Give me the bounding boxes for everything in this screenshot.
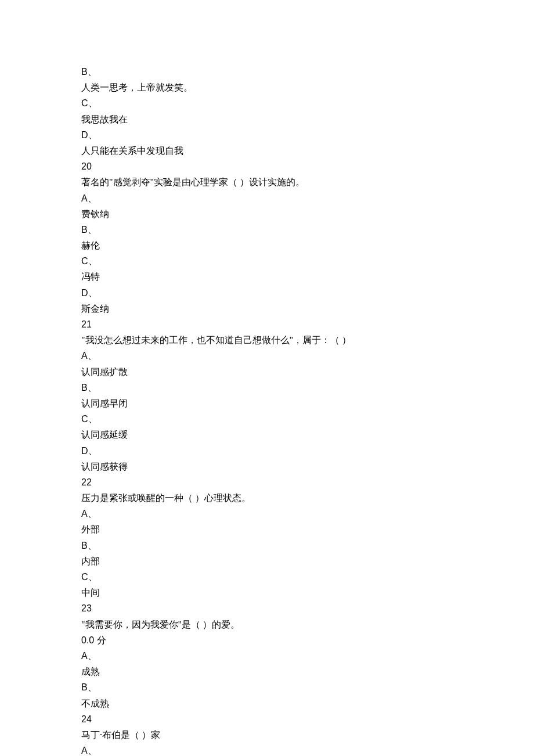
text-line: B、 [81,538,453,553]
text-line: 23 [81,600,453,616]
text-line: A、 [81,190,453,206]
text-line: B、 [81,222,453,237]
text-line: 我思故我在 [81,111,453,127]
document-page: B、人类一思考，上帝就发笑。C、我思故我在D、人只能在关系中发现自我20著名的"… [0,0,534,756]
text-line: D、 [81,443,453,459]
text-line: A、 [81,348,453,363]
text-line: 认同感获得 [81,459,453,474]
text-line: 斯金纳 [81,301,453,316]
text-line: 认同感早闭 [81,395,453,411]
text-line: 认同感扩散 [81,364,453,380]
text-line: 费钦纳 [81,206,453,222]
text-line: 内部 [81,553,453,569]
text-line: 外部 [81,521,453,537]
text-line: 22 [81,474,453,490]
text-line: 不成熟 [81,696,453,711]
text-line: 24 [81,711,453,727]
text-line: C、 [81,95,453,111]
text-line: 成熟 [81,664,453,679]
text-line: 21 [81,316,453,332]
text-line: 中间 [81,585,453,600]
text-line: A、 [81,743,453,756]
text-line: 认同感延缓 [81,427,453,442]
text-line: "我没怎么想过未来的工作，也不知道自己想做什么"，属于：（ ） [81,332,453,348]
text-line: B、 [81,64,453,80]
text-line: A、 [81,648,453,664]
text-line: B、 [81,679,453,695]
text-line: 压力是紧张或唤醒的一种（ ）心理状态。 [81,490,453,506]
text-line: 冯特 [81,269,453,285]
text-line: 人类一思考，上帝就发笑。 [81,80,453,95]
text-line: C、 [81,569,453,585]
text-line: 0.0 分 [81,632,453,648]
text-line: 人只能在关系中发现自我 [81,143,453,159]
text-line: 马丁·布伯是（ ）家 [81,727,453,743]
content-lines: B、人类一思考，上帝就发笑。C、我思故我在D、人只能在关系中发现自我20著名的"… [81,64,453,756]
text-line: C、 [81,253,453,269]
text-line: 著名的"感觉剥夺"实验是由心理学家（ ）设计实施的。 [81,174,453,190]
text-line: "我需要你，因为我爱你"是（ ）的爱。 [81,617,453,632]
text-line: D、 [81,285,453,301]
text-line: 20 [81,159,453,174]
text-line: C、 [81,411,453,427]
text-line: 赫伦 [81,237,453,253]
text-line: D、 [81,127,453,143]
text-line: B、 [81,380,453,395]
text-line: A、 [81,506,453,521]
